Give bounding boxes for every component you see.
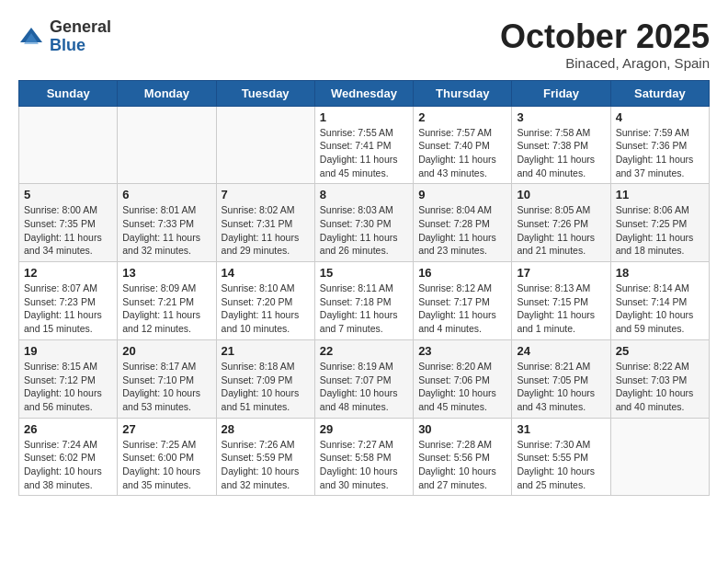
weekday-header: Friday bbox=[512, 80, 610, 106]
calendar-cell bbox=[610, 418, 709, 496]
day-number: 18 bbox=[616, 266, 704, 280]
day-info: Sunrise: 8:19 AM Sunset: 7:07 PM Dayligh… bbox=[320, 360, 408, 414]
day-number: 12 bbox=[24, 266, 112, 280]
logo: General Blue bbox=[18, 18, 111, 55]
day-info: Sunrise: 8:12 AM Sunset: 7:17 PM Dayligh… bbox=[418, 282, 506, 336]
day-info: Sunrise: 8:05 AM Sunset: 7:26 PM Dayligh… bbox=[517, 203, 605, 258]
logo-icon bbox=[18, 24, 44, 50]
calendar-cell: 4Sunrise: 7:59 AM Sunset: 7:36 PM Daylig… bbox=[610, 106, 709, 184]
day-number: 29 bbox=[320, 422, 408, 436]
calendar-cell: 11Sunrise: 8:06 AM Sunset: 7:25 PM Dayli… bbox=[610, 184, 709, 262]
calendar-cell: 27Sunrise: 7:25 AM Sunset: 6:00 PM Dayli… bbox=[118, 418, 216, 496]
day-info: Sunrise: 8:21 AM Sunset: 7:05 PM Dayligh… bbox=[517, 360, 605, 414]
calendar-cell: 17Sunrise: 8:13 AM Sunset: 7:15 PM Dayli… bbox=[512, 262, 610, 340]
weekday-header: Monday bbox=[118, 80, 216, 106]
day-number: 16 bbox=[418, 266, 506, 280]
calendar-cell: 25Sunrise: 8:22 AM Sunset: 7:03 PM Dayli… bbox=[610, 339, 709, 418]
day-number: 27 bbox=[122, 422, 210, 436]
day-number: 23 bbox=[418, 344, 506, 358]
day-info: Sunrise: 7:25 AM Sunset: 6:00 PM Dayligh… bbox=[122, 438, 210, 492]
day-number: 10 bbox=[517, 188, 605, 201]
calendar-cell: 21Sunrise: 8:18 AM Sunset: 7:09 PM Dayli… bbox=[216, 339, 314, 418]
page-header: General Blue October 2025 Binaced, Arago… bbox=[18, 18, 710, 71]
day-number: 28 bbox=[222, 422, 310, 436]
day-info: Sunrise: 8:00 AM Sunset: 7:35 PM Dayligh… bbox=[24, 203, 112, 258]
calendar-cell: 3Sunrise: 7:58 AM Sunset: 7:38 PM Daylig… bbox=[512, 106, 610, 184]
calendar-cell: 20Sunrise: 8:17 AM Sunset: 7:10 PM Dayli… bbox=[118, 339, 216, 418]
day-info: Sunrise: 8:04 AM Sunset: 7:28 PM Dayligh… bbox=[418, 203, 506, 258]
day-info: Sunrise: 8:18 AM Sunset: 7:09 PM Dayligh… bbox=[222, 360, 310, 414]
calendar-week-row: 1Sunrise: 7:55 AM Sunset: 7:41 PM Daylig… bbox=[19, 106, 710, 184]
day-number: 8 bbox=[320, 188, 408, 201]
calendar-cell: 16Sunrise: 8:12 AM Sunset: 7:17 PM Dayli… bbox=[414, 262, 512, 340]
day-number: 24 bbox=[517, 344, 605, 358]
calendar-cell: 13Sunrise: 8:09 AM Sunset: 7:21 PM Dayli… bbox=[118, 262, 216, 340]
day-number: 14 bbox=[222, 266, 310, 280]
calendar-cell: 28Sunrise: 7:26 AM Sunset: 5:59 PM Dayli… bbox=[216, 418, 314, 496]
day-number: 5 bbox=[24, 188, 112, 201]
day-info: Sunrise: 7:55 AM Sunset: 7:41 PM Dayligh… bbox=[320, 126, 408, 180]
calendar-cell: 1Sunrise: 7:55 AM Sunset: 7:41 PM Daylig… bbox=[314, 106, 413, 184]
day-number: 6 bbox=[122, 188, 210, 201]
logo-blue-text: Blue bbox=[50, 36, 85, 54]
calendar-table: SundayMondayTuesdayWednesdayThursdayFrid… bbox=[18, 80, 710, 497]
calendar-cell: 7Sunrise: 8:02 AM Sunset: 7:31 PM Daylig… bbox=[216, 184, 314, 262]
calendar-week-row: 19Sunrise: 8:15 AM Sunset: 7:12 PM Dayli… bbox=[19, 339, 710, 418]
calendar-cell: 5Sunrise: 8:00 AM Sunset: 7:35 PM Daylig… bbox=[19, 184, 118, 262]
day-info: Sunrise: 8:15 AM Sunset: 7:12 PM Dayligh… bbox=[24, 360, 112, 414]
calendar-cell: 19Sunrise: 8:15 AM Sunset: 7:12 PM Dayli… bbox=[19, 339, 118, 418]
weekday-header: Sunday bbox=[19, 80, 118, 106]
weekday-header: Tuesday bbox=[216, 80, 314, 106]
day-info: Sunrise: 8:20 AM Sunset: 7:06 PM Dayligh… bbox=[418, 360, 506, 414]
calendar-cell: 2Sunrise: 7:57 AM Sunset: 7:40 PM Daylig… bbox=[414, 106, 512, 184]
calendar-cell bbox=[118, 106, 216, 184]
day-info: Sunrise: 8:07 AM Sunset: 7:23 PM Dayligh… bbox=[24, 282, 112, 336]
day-number: 25 bbox=[616, 344, 704, 358]
day-info: Sunrise: 7:28 AM Sunset: 5:56 PM Dayligh… bbox=[418, 438, 506, 492]
calendar-cell bbox=[216, 106, 314, 184]
calendar-cell: 29Sunrise: 7:27 AM Sunset: 5:58 PM Dayli… bbox=[314, 418, 413, 496]
calendar-cell: 31Sunrise: 7:30 AM Sunset: 5:55 PM Dayli… bbox=[512, 418, 610, 496]
day-number: 4 bbox=[616, 110, 704, 124]
calendar-week-row: 12Sunrise: 8:07 AM Sunset: 7:23 PM Dayli… bbox=[19, 262, 710, 340]
calendar-week-row: 26Sunrise: 7:24 AM Sunset: 6:02 PM Dayli… bbox=[19, 418, 710, 496]
calendar-cell: 15Sunrise: 8:11 AM Sunset: 7:18 PM Dayli… bbox=[314, 262, 413, 340]
day-number: 2 bbox=[418, 110, 506, 124]
day-info: Sunrise: 8:01 AM Sunset: 7:33 PM Dayligh… bbox=[122, 203, 210, 258]
day-info: Sunrise: 7:24 AM Sunset: 6:02 PM Dayligh… bbox=[24, 438, 112, 492]
day-info: Sunrise: 7:26 AM Sunset: 5:59 PM Dayligh… bbox=[222, 438, 310, 492]
calendar-cell: 9Sunrise: 8:04 AM Sunset: 7:28 PM Daylig… bbox=[414, 184, 512, 262]
day-info: Sunrise: 8:02 AM Sunset: 7:31 PM Dayligh… bbox=[222, 203, 310, 258]
day-number: 22 bbox=[320, 344, 408, 358]
calendar-cell: 14Sunrise: 8:10 AM Sunset: 7:20 PM Dayli… bbox=[216, 262, 314, 340]
calendar-cell: 6Sunrise: 8:01 AM Sunset: 7:33 PM Daylig… bbox=[118, 184, 216, 262]
calendar-cell: 8Sunrise: 8:03 AM Sunset: 7:30 PM Daylig… bbox=[314, 184, 413, 262]
day-number: 11 bbox=[616, 188, 704, 201]
weekday-header: Saturday bbox=[610, 80, 709, 106]
day-number: 21 bbox=[222, 344, 310, 358]
day-number: 9 bbox=[418, 188, 506, 201]
calendar-cell: 12Sunrise: 8:07 AM Sunset: 7:23 PM Dayli… bbox=[19, 262, 118, 340]
day-info: Sunrise: 8:14 AM Sunset: 7:14 PM Dayligh… bbox=[616, 282, 704, 336]
day-number: 30 bbox=[418, 422, 506, 436]
day-number: 19 bbox=[24, 344, 112, 358]
title-block: October 2025 Binaced, Aragon, Spain bbox=[500, 18, 710, 71]
day-number: 13 bbox=[122, 266, 210, 280]
day-info: Sunrise: 8:03 AM Sunset: 7:30 PM Dayligh… bbox=[320, 203, 408, 258]
weekday-header: Thursday bbox=[414, 80, 512, 106]
calendar-cell: 30Sunrise: 7:28 AM Sunset: 5:56 PM Dayli… bbox=[414, 418, 512, 496]
calendar-cell: 18Sunrise: 8:14 AM Sunset: 7:14 PM Dayli… bbox=[610, 262, 709, 340]
calendar-cell: 23Sunrise: 8:20 AM Sunset: 7:06 PM Dayli… bbox=[414, 339, 512, 418]
weekday-header-row: SundayMondayTuesdayWednesdayThursdayFrid… bbox=[19, 80, 710, 106]
day-info: Sunrise: 7:58 AM Sunset: 7:38 PM Dayligh… bbox=[517, 126, 605, 180]
day-number: 3 bbox=[517, 110, 605, 124]
day-number: 1 bbox=[320, 110, 408, 124]
day-number: 20 bbox=[122, 344, 210, 358]
calendar-cell bbox=[19, 106, 118, 184]
weekday-header: Wednesday bbox=[314, 80, 413, 106]
calendar-cell: 10Sunrise: 8:05 AM Sunset: 7:26 PM Dayli… bbox=[512, 184, 610, 262]
day-info: Sunrise: 8:06 AM Sunset: 7:25 PM Dayligh… bbox=[616, 203, 704, 258]
calendar-cell: 24Sunrise: 8:21 AM Sunset: 7:05 PM Dayli… bbox=[512, 339, 610, 418]
day-number: 31 bbox=[517, 422, 605, 436]
calendar-cell: 22Sunrise: 8:19 AM Sunset: 7:07 PM Dayli… bbox=[314, 339, 413, 418]
